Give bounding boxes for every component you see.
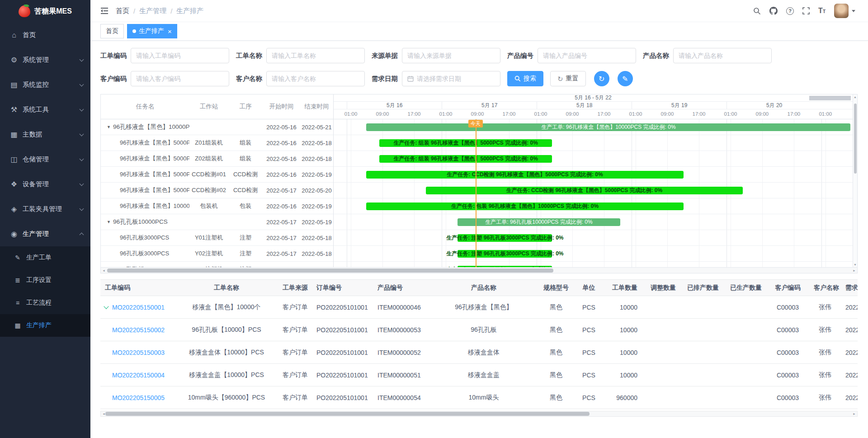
order-code-link[interactable]: MO202205150004 xyxy=(112,372,165,379)
scroll-left-icon[interactable]: ◄ xyxy=(102,412,105,415)
sidebar-subitem-process-setting[interactable]: ≣工序设置 xyxy=(0,269,90,292)
gantt-task-row[interactable]: 96孔移液盒【黑色】5000PCSZ01组装机组装2022-05-162022-… xyxy=(101,135,333,151)
sidebar-item-device[interactable]: ❖设备管理 xyxy=(0,172,90,197)
gantt-task-row[interactable]: 96孔移液盒【黑色】10000PCS包装机包装2022-05-162022-05… xyxy=(101,198,333,214)
filter-input[interactable] xyxy=(679,52,766,59)
scroll-right-icon[interactable]: ► xyxy=(853,412,856,415)
gantt-task-row[interactable]: 96孔孔板3000PCSY01注塑机注塑2022-05-172022-05-18 xyxy=(101,230,333,246)
gantt-bar-order[interactable]: 生产工单: 96孔移液盒【黑色】10000PCS 完成比例: 0% xyxy=(366,123,850,131)
order-code-link[interactable]: MO202205150005 xyxy=(112,394,165,401)
orders-cell-unit: PCS xyxy=(576,304,601,311)
avatar[interactable] xyxy=(834,4,849,18)
gantt-vertical-scrollbar[interactable]: ▲ ▼ xyxy=(853,94,857,267)
gantt-bar-label: 生产任务: 组装 96孔移液盒【黑色】5000PCS 完成比例: 0% xyxy=(393,155,538,163)
filter-input[interactable] xyxy=(272,75,359,82)
row-expand-caret-icon[interactable] xyxy=(104,304,108,309)
sidebar-item-home[interactable]: ⌂首页 xyxy=(0,23,90,47)
sidebar-item-production[interactable]: ◉生产管理 xyxy=(0,221,90,246)
gantt-task-name: ▼96孔移液盒【黑色】10000PCS xyxy=(101,123,189,131)
gantt-task-row[interactable]: 96孔移液盒【黑色】5000PCSCCD检测#02CCD检测2022-05-17… xyxy=(101,183,333,198)
orders-cell-source: 客户订单 xyxy=(278,303,312,311)
gantt-bar-task[interactable]: 生产任务: 注塑 96孔孔板3000PCS 完成比例: 0% xyxy=(458,266,552,267)
scroll-down-icon[interactable]: ▼ xyxy=(854,263,857,266)
gantt-task-row[interactable]: 96孔孔板3000PCSY02注塑机注塑2022-05-172022-05-18 xyxy=(101,246,333,262)
scrollbar-thumb[interactable] xyxy=(105,412,590,416)
breadcrumb-item[interactable]: 首页 xyxy=(116,7,129,15)
orders-table-row[interactable]: MO20220515000296孔孔板【10000】PCS客户订单PO20220… xyxy=(100,319,858,341)
order-code-link[interactable]: MO202205150002 xyxy=(112,326,165,334)
filter-input[interactable] xyxy=(543,52,631,59)
sidebar-subitem-schedule[interactable]: ▦生产排产 xyxy=(0,314,90,337)
reset-button[interactable]: ↻ 重置 xyxy=(550,71,586,86)
gantt-bar-task[interactable]: 生产任务: CCD检测 96孔移液盒【黑色】5000PCS 完成比例: 0% xyxy=(426,187,742,194)
filter-input[interactable] xyxy=(417,75,495,82)
edit-circle-button[interactable]: ✎ xyxy=(618,71,633,86)
sidebar-toggle-icon[interactable] xyxy=(100,7,108,14)
search-icon[interactable] xyxy=(753,7,761,15)
caret-down-icon[interactable] xyxy=(852,10,855,12)
sidebar-subitem-workorder[interactable]: ✎生产工单 xyxy=(0,246,90,269)
scroll-left-icon[interactable]: ◄ xyxy=(102,269,105,272)
gantt-tick-label: 01:00 xyxy=(439,111,453,117)
gantt-bar-task[interactable]: 生产任务: 组装 96孔移液盒【黑色】5000PCS 完成比例: 0% xyxy=(379,139,552,147)
filter-field: 工单编码 xyxy=(100,48,229,63)
gantt-header-scrollbar[interactable] xyxy=(809,96,851,100)
filter-input[interactable] xyxy=(272,52,359,59)
gantt-bar-task[interactable]: 生产任务: 注塑 96孔孔板3000PCS 完成比例: 0% xyxy=(458,234,552,242)
gantt-task-row[interactable]: 96孔移液盒【黑色】5000PCSZ02组装机组装2022-05-162022-… xyxy=(101,151,333,167)
refresh-circle-button[interactable]: ↻ xyxy=(594,71,609,86)
sidebar-item-data[interactable]: ▦主数据 xyxy=(0,122,90,147)
sidebar-subitem-flow[interactable]: ≡工艺流程 xyxy=(0,292,90,314)
sidebar-item-gear[interactable]: ⚙系统管理 xyxy=(0,47,90,72)
tab-item[interactable]: 首页 xyxy=(100,24,124,38)
scroll-up-icon[interactable]: ▲ xyxy=(854,95,857,99)
gantt-bar-task[interactable]: 生产任务: 注塑 96孔孔板3000PCS 完成比例: 0% xyxy=(458,250,552,258)
tab-active[interactable]: 生产排产× xyxy=(127,24,177,38)
gantt-bar-task[interactable]: 生产任务: 包装 96孔移液盒【黑色】10000PCS 完成比例: 0% xyxy=(366,203,683,210)
orders-cell-code: MO202205150001 xyxy=(100,304,175,311)
sidebar-item-monitor[interactable]: ▤系统监控 xyxy=(0,72,90,97)
scrollbar-thumb[interactable] xyxy=(107,268,553,273)
scroll-right-icon[interactable]: ► xyxy=(853,269,856,272)
gantt-task-row[interactable]: 96孔移液盒【黑色】5000PCSCCD检测#01CCD检测2022-05-16… xyxy=(101,167,333,183)
gantt-bar-task[interactable]: 生产任务: CCD检测 96孔移液盒【黑色】5000PCS 完成比例: 0% xyxy=(366,171,683,179)
order-code-link[interactable]: MO202205150003 xyxy=(112,349,165,356)
sidebar-item-fixture[interactable]: ◈工装夹具管理 xyxy=(0,197,90,221)
order-code-link[interactable]: MO202205150001 xyxy=(112,304,165,311)
expand-triangle-icon[interactable]: ▼ xyxy=(107,125,111,129)
gantt-timeline: 5月 16 - 5月 22 5月 165月 175月 185月 195月 20 … xyxy=(333,94,853,267)
help-icon[interactable]: ? xyxy=(786,7,794,15)
scrollbar-thumb[interactable] xyxy=(854,104,857,174)
gantt-tick-label: 17:00 xyxy=(787,111,800,117)
gantt-horizontal-scrollbar[interactable]: ◄ ► xyxy=(101,267,857,273)
filter-input[interactable] xyxy=(407,52,495,59)
gantt-task-row[interactable]: ▼96孔移液盒【黑色】10000PCS2022-05-162022-05-21 xyxy=(101,119,333,135)
gantt-bar-order[interactable]: 生产工单: 96孔孔板10000PCS 完成比例: 0% xyxy=(458,218,620,226)
orders-table-row[interactable]: MO202205150004移液盒盒盖【10000】PCS客户订单PO20220… xyxy=(100,364,858,386)
orders-table-row[interactable]: MO202205150003移液盒盒体【10000】PCS客户订单PO20220… xyxy=(100,341,858,364)
gantt-task-row[interactable]: ▼96孔孔板10000PCS2022-05-172022-05-19 xyxy=(101,214,333,230)
gantt-bar-label: 生产工单: 96孔孔板10000PCS 完成比例: 0% xyxy=(483,218,594,226)
orders-table-row[interactable]: MO202205150001移液盒【黑色】10000个客户订单PO2022051… xyxy=(100,296,858,319)
sidebar-item-warehouse[interactable]: ◫仓储管理 xyxy=(0,147,90,172)
search-button[interactable]: 搜索 xyxy=(507,71,543,86)
tab-close-icon[interactable]: × xyxy=(168,28,172,35)
sidebar-item-tools[interactable]: ⚒系统工具 xyxy=(0,97,90,122)
expand-triangle-icon[interactable]: ▼ xyxy=(107,220,111,224)
github-icon[interactable] xyxy=(769,7,778,15)
orders-cell-order_no: PO202205101001 xyxy=(312,349,373,356)
filter-input[interactable] xyxy=(136,75,224,82)
orders-table-row[interactable]: MO20220515000510mm吸头【960000】PCS客户订单PO202… xyxy=(100,386,858,409)
breadcrumb-item[interactable]: 生产管理 xyxy=(139,7,166,15)
fullscreen-icon[interactable] xyxy=(802,7,810,14)
gantt-bar-task[interactable]: 生产任务: 组装 96孔移液盒【黑色】5000PCS 完成比例: 0% xyxy=(379,155,552,163)
gantt-ticks-row: 01:0009:0017:0001:0009:0017:0001:0009:00… xyxy=(334,109,853,119)
app-logo[interactable]: 苦糖果MES xyxy=(0,0,90,23)
orders-cell-demand_date: 2022- xyxy=(841,349,858,356)
orders-cell-unit: PCS xyxy=(576,326,601,334)
orders-horizontal-scrollbar[interactable]: ◄ ► xyxy=(100,411,858,417)
filter-input[interactable] xyxy=(136,52,224,59)
font-size-icon[interactable]: TT xyxy=(818,7,826,15)
orders-cell-customer_name: 张伟 xyxy=(809,394,841,402)
gantt-task-row[interactable]: 96孔孔板3000PCSY03注塑机注塑2022-05-172022-05-18 xyxy=(101,262,333,267)
